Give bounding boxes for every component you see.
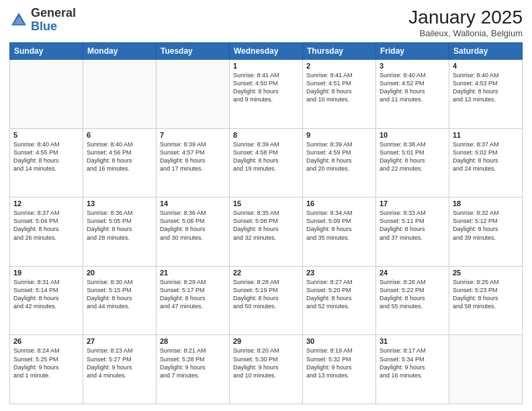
day-info: Sunrise: 8:39 AM Sunset: 4:59 PM Dayligh… — [306, 140, 372, 173]
calendar-cell: 10Sunrise: 8:38 AM Sunset: 5:01 PM Dayli… — [376, 128, 449, 197]
day-info: Sunrise: 8:37 AM Sunset: 5:02 PM Dayligh… — [453, 140, 519, 173]
calendar-cell: 6Sunrise: 8:40 AM Sunset: 4:56 PM Daylig… — [83, 128, 157, 197]
col-thursday: Thursday — [303, 43, 376, 60]
col-friday: Friday — [376, 43, 449, 60]
logo-general: General — [31, 6, 76, 19]
col-saturday: Saturday — [449, 43, 523, 60]
day-info: Sunrise: 8:41 AM Sunset: 4:51 PM Dayligh… — [306, 71, 372, 104]
day-info: Sunrise: 8:27 AM Sunset: 5:20 PM Dayligh… — [306, 278, 372, 311]
calendar-cell: 13Sunrise: 8:36 AM Sunset: 5:05 PM Dayli… — [83, 197, 157, 267]
calendar-cell: 26Sunrise: 8:24 AM Sunset: 5:25 PM Dayli… — [10, 335, 83, 404]
day-info: Sunrise: 8:33 AM Sunset: 5:11 PM Dayligh… — [380, 209, 445, 242]
day-number: 26 — [13, 337, 79, 345]
day-number: 9 — [306, 131, 372, 139]
logo-icon — [9, 11, 28, 30]
calendar-cell — [449, 335, 523, 404]
calendar-cell: 22Sunrise: 8:28 AM Sunset: 5:19 PM Dayli… — [230, 266, 303, 335]
calendar-cell: 23Sunrise: 8:27 AM Sunset: 5:20 PM Dayli… — [303, 266, 376, 335]
calendar-cell: 25Sunrise: 8:25 AM Sunset: 5:23 PM Dayli… — [449, 266, 523, 335]
day-info: Sunrise: 8:36 AM Sunset: 5:05 PM Dayligh… — [87, 209, 152, 242]
calendar-week-0: 1Sunrise: 8:41 AM Sunset: 4:50 PM Daylig… — [10, 60, 523, 129]
col-sunday: Sunday — [10, 43, 83, 60]
day-number: 11 — [453, 131, 519, 139]
page: General Blue January 2025 Baileux, Wallo… — [0, 0, 532, 411]
calendar-cell: 11Sunrise: 8:37 AM Sunset: 5:02 PM Dayli… — [449, 128, 523, 197]
calendar-week-1: 5Sunrise: 8:40 AM Sunset: 4:55 PM Daylig… — [10, 128, 523, 197]
day-info: Sunrise: 8:34 AM Sunset: 5:09 PM Dayligh… — [306, 209, 372, 242]
calendar-cell: 15Sunrise: 8:35 AM Sunset: 5:08 PM Dayli… — [230, 197, 303, 267]
calendar-cell: 14Sunrise: 8:36 AM Sunset: 5:06 PM Dayli… — [157, 197, 230, 267]
day-number: 10 — [380, 131, 445, 139]
calendar-cell: 19Sunrise: 8:31 AM Sunset: 5:14 PM Dayli… — [10, 266, 83, 335]
day-number: 19 — [13, 269, 79, 277]
day-number: 30 — [306, 337, 372, 345]
calendar-cell: 7Sunrise: 8:39 AM Sunset: 4:57 PM Daylig… — [157, 128, 230, 197]
calendar-cell: 16Sunrise: 8:34 AM Sunset: 5:09 PM Dayli… — [303, 197, 376, 267]
day-info: Sunrise: 8:35 AM Sunset: 5:08 PM Dayligh… — [233, 209, 299, 242]
day-info: Sunrise: 8:40 AM Sunset: 4:56 PM Dayligh… — [87, 140, 152, 173]
calendar-cell: 17Sunrise: 8:33 AM Sunset: 5:11 PM Dayli… — [376, 197, 449, 267]
day-number: 31 — [380, 337, 445, 345]
day-info: Sunrise: 8:19 AM Sunset: 5:32 PM Dayligh… — [306, 347, 372, 379]
day-info: Sunrise: 8:32 AM Sunset: 5:12 PM Dayligh… — [453, 209, 519, 242]
calendar-cell: 3Sunrise: 8:40 AM Sunset: 4:52 PM Daylig… — [376, 60, 449, 129]
day-info: Sunrise: 8:29 AM Sunset: 5:17 PM Dayligh… — [160, 278, 226, 311]
header: General Blue January 2025 Baileux, Wallo… — [9, 7, 523, 38]
calendar-subtitle: Baileux, Wallonia, Belgium — [408, 28, 523, 38]
calendar-cell: 28Sunrise: 8:21 AM Sunset: 5:28 PM Dayli… — [157, 335, 230, 404]
logo-blue: Blue — [31, 19, 57, 33]
day-info: Sunrise: 8:26 AM Sunset: 5:22 PM Dayligh… — [380, 278, 445, 311]
day-number: 15 — [233, 199, 299, 208]
calendar-title: January 2025 — [408, 7, 523, 28]
calendar-cell: 31Sunrise: 8:17 AM Sunset: 5:34 PM Dayli… — [376, 335, 449, 404]
calendar-cell: 9Sunrise: 8:39 AM Sunset: 4:59 PM Daylig… — [303, 128, 376, 197]
day-number: 25 — [453, 269, 519, 277]
day-number: 4 — [453, 62, 519, 70]
day-info: Sunrise: 8:39 AM Sunset: 4:58 PM Dayligh… — [233, 140, 299, 173]
day-number: 2 — [306, 62, 372, 70]
day-number: 24 — [380, 269, 445, 277]
day-info: Sunrise: 8:40 AM Sunset: 4:53 PM Dayligh… — [453, 71, 519, 104]
col-tuesday: Tuesday — [157, 43, 230, 60]
calendar-cell: 30Sunrise: 8:19 AM Sunset: 5:32 PM Dayli… — [303, 335, 376, 404]
col-wednesday: Wednesday — [230, 43, 303, 60]
day-number: 12 — [13, 199, 79, 208]
day-info: Sunrise: 8:40 AM Sunset: 4:52 PM Dayligh… — [380, 71, 445, 104]
day-number: 18 — [453, 199, 519, 208]
calendar-cell: 20Sunrise: 8:30 AM Sunset: 5:15 PM Dayli… — [83, 266, 157, 335]
day-number: 3 — [380, 62, 445, 70]
calendar-cell: 1Sunrise: 8:41 AM Sunset: 4:50 PM Daylig… — [230, 60, 303, 129]
day-info: Sunrise: 8:39 AM Sunset: 4:57 PM Dayligh… — [160, 140, 226, 173]
logo-text: General Blue — [31, 7, 76, 34]
day-info: Sunrise: 8:25 AM Sunset: 5:23 PM Dayligh… — [453, 278, 519, 311]
day-number: 28 — [160, 337, 226, 345]
calendar-cell: 27Sunrise: 8:23 AM Sunset: 5:27 PM Dayli… — [83, 335, 157, 404]
calendar-table: Sunday Monday Tuesday Wednesday Thursday… — [9, 42, 523, 404]
day-info: Sunrise: 8:28 AM Sunset: 5:19 PM Dayligh… — [233, 278, 299, 311]
day-number: 29 — [233, 337, 299, 345]
title-block: January 2025 Baileux, Wallonia, Belgium — [408, 7, 523, 38]
col-monday: Monday — [83, 43, 157, 60]
calendar-cell: 2Sunrise: 8:41 AM Sunset: 4:51 PM Daylig… — [303, 60, 376, 129]
calendar-cell: 4Sunrise: 8:40 AM Sunset: 4:53 PM Daylig… — [449, 60, 523, 129]
day-number: 8 — [233, 131, 299, 139]
day-info: Sunrise: 8:30 AM Sunset: 5:15 PM Dayligh… — [87, 278, 152, 311]
day-number: 16 — [306, 199, 372, 208]
calendar-cell: 24Sunrise: 8:26 AM Sunset: 5:22 PM Dayli… — [376, 266, 449, 335]
calendar-header-row: Sunday Monday Tuesday Wednesday Thursday… — [10, 43, 523, 60]
logo: General Blue — [9, 7, 76, 34]
day-info: Sunrise: 8:17 AM Sunset: 5:34 PM Dayligh… — [380, 347, 445, 379]
day-number: 7 — [160, 131, 226, 139]
day-number: 13 — [87, 199, 152, 208]
calendar-cell: 21Sunrise: 8:29 AM Sunset: 5:17 PM Dayli… — [157, 266, 230, 335]
day-info: Sunrise: 8:40 AM Sunset: 4:55 PM Dayligh… — [13, 140, 79, 173]
day-number: 21 — [160, 269, 226, 277]
day-info: Sunrise: 8:41 AM Sunset: 4:50 PM Dayligh… — [233, 71, 299, 104]
calendar-cell — [157, 60, 230, 129]
day-info: Sunrise: 8:38 AM Sunset: 5:01 PM Dayligh… — [380, 140, 445, 173]
day-info: Sunrise: 8:31 AM Sunset: 5:14 PM Dayligh… — [13, 278, 79, 311]
day-number: 14 — [160, 199, 226, 208]
day-info: Sunrise: 8:24 AM Sunset: 5:25 PM Dayligh… — [13, 347, 79, 379]
day-info: Sunrise: 8:36 AM Sunset: 5:06 PM Dayligh… — [160, 209, 226, 242]
day-number: 1 — [233, 62, 299, 70]
